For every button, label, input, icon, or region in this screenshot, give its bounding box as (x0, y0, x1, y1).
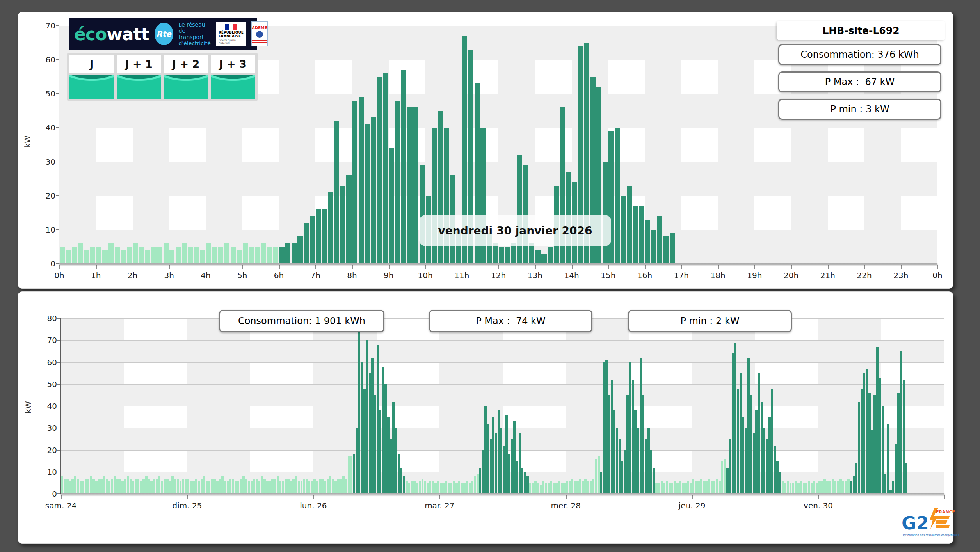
ecowatt-signal-tile-green[interactable] (69, 75, 114, 99)
weekly-bar (774, 446, 776, 494)
weekly-bar (406, 481, 408, 494)
weekly-bar (487, 424, 489, 494)
weekly-bar (590, 481, 592, 494)
weekly-bar (387, 417, 390, 494)
weekly-bar (245, 479, 247, 494)
weekly-bar (640, 358, 642, 494)
daily-bar (316, 209, 321, 264)
ecowatt-signal-tile-green[interactable] (164, 75, 208, 99)
x-tick-label: mar. 27 (416, 501, 463, 510)
weekly-bar (137, 479, 140, 494)
weekly-bar (350, 456, 353, 494)
weekly-bar (413, 481, 416, 494)
republique-title: RÉPUBLIQUE FRANÇAISE (219, 31, 244, 39)
day-selector-item-j+1[interactable]: J + 1 (117, 55, 162, 99)
weekly-bar (548, 483, 550, 494)
daily-bar (365, 124, 370, 264)
day-selector-label[interactable]: J + 1 (117, 55, 162, 73)
weekly-bar (329, 476, 332, 494)
weekly-bar (711, 481, 713, 494)
weekly-bar (884, 474, 886, 494)
background-cell (169, 128, 206, 162)
weekly-bar (130, 479, 132, 494)
weekly-bar (221, 476, 224, 494)
daily-bar (273, 247, 278, 264)
weekly-bar (626, 395, 629, 494)
weekly-bar (513, 421, 516, 494)
day-selector-label[interactable]: J + 2 (164, 55, 208, 73)
x-tick-label: 7h (302, 271, 329, 280)
weekly-bar (114, 476, 116, 494)
y-tick-label: 40 (34, 401, 57, 411)
y-tick-label: 80 (34, 314, 57, 323)
weekly-bar (111, 479, 113, 494)
background-cell (96, 128, 133, 162)
x-tick-mark (692, 495, 693, 499)
weekly-bar (882, 406, 884, 494)
ecowatt-signal-tile-green[interactable] (117, 75, 162, 99)
weekly-bar (424, 481, 426, 494)
x-tick-label: 22h (851, 271, 878, 280)
x-tick-mark (462, 265, 462, 269)
weekly-bar (248, 481, 250, 494)
weekly-chart-plot (61, 318, 944, 494)
weekly-bar (653, 468, 655, 494)
weekly-bar (332, 479, 334, 494)
weekly-bar (732, 353, 734, 494)
y-tick-label: 20 (34, 446, 57, 455)
weekly-bar (905, 463, 907, 494)
weekly-bar (345, 479, 347, 494)
weekly-bar (516, 461, 518, 494)
x-tick-mark (791, 265, 792, 269)
weekly-bar (540, 485, 542, 494)
weekly-bar (661, 481, 663, 494)
weekly-bar (529, 483, 532, 494)
daily-bar (182, 243, 187, 264)
weekly-bar (724, 459, 726, 494)
x-tick-label: 14h (558, 271, 585, 280)
day-selector-item-j[interactable]: J (69, 55, 114, 99)
weekly-bar (903, 380, 905, 494)
day-selector-item-j+3[interactable]: J + 3 (211, 55, 256, 99)
weekly-bar (211, 479, 213, 494)
background-cell (629, 406, 692, 428)
weekly-bar (158, 476, 161, 494)
weekly-bar (892, 481, 895, 494)
background-cell (315, 128, 352, 162)
daily-bar (304, 223, 309, 264)
daily-bar (78, 243, 83, 264)
ecowatt-signal-tile-green[interactable] (211, 75, 256, 99)
background-cell (755, 362, 818, 384)
weekly-bar (808, 481, 810, 494)
weekly-bar (887, 424, 889, 494)
day-selector-label[interactable]: J + 3 (211, 55, 256, 73)
x-tick-mark (242, 265, 243, 269)
date-label: vendredi 30 janvier 2026 (419, 215, 611, 246)
weekly-bar (400, 468, 403, 494)
weekly-bar (74, 476, 76, 494)
weekly-bar (98, 479, 100, 494)
daily-bar (334, 121, 339, 264)
x-tick-label: 18h (704, 271, 732, 280)
weekly-bar (524, 472, 526, 494)
weekly-bar (492, 417, 494, 494)
weekly-bar (868, 393, 871, 494)
y-tick-label: 70 (32, 21, 55, 30)
daily-bar (249, 247, 254, 264)
weekly-bar (440, 483, 442, 494)
weekly-bar (69, 481, 71, 494)
weekly-bar (458, 481, 461, 494)
weekly-bar (829, 481, 831, 494)
weekly-bar (753, 433, 755, 494)
day-selector-item-j+2[interactable]: J + 2 (164, 55, 208, 99)
background-cell (881, 450, 944, 472)
weekly-bar (792, 483, 795, 494)
weekly-bar (566, 481, 568, 494)
g2e-wordmark: G2 (902, 514, 929, 532)
background-cell (96, 196, 133, 230)
background-cell (389, 60, 425, 94)
y-tick-label: 60 (34, 358, 57, 367)
weekly-bar (187, 479, 190, 494)
weekly-bar (408, 483, 411, 494)
day-selector-label[interactable]: J (69, 55, 114, 73)
